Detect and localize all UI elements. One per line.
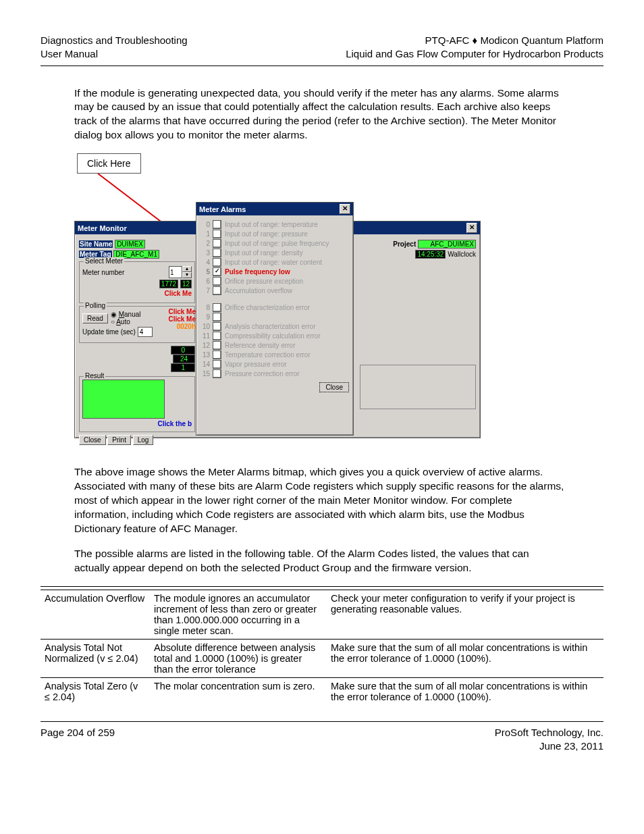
auto-radio[interactable]: ○ AAutouto [111, 318, 141, 325]
close-button[interactable]: Close [79, 435, 106, 445]
alarm-action-cell: Make sure that the sum of all molar conc… [327, 677, 603, 705]
alarm-checkbox[interactable] [213, 277, 221, 286]
alarm-row: 10Analysis characterization error [200, 322, 349, 331]
alarm-action-cell: Check your meter configuration to verify… [327, 590, 603, 639]
wallclock-value: 14:25:32 [415, 250, 446, 259]
alarm-label: Input out of range: pressure [225, 230, 308, 238]
alarm-index: 7 [200, 287, 210, 294]
update-time-label: Update time (sec) [82, 328, 136, 336]
alarm-checkbox[interactable] [213, 286, 221, 295]
select-meter-group: Select Meter Meter number ▲▼ 1772 12 [79, 261, 195, 303]
alarm-label: Reference density error [225, 342, 296, 349]
alarm-label: Analysis characterization error [225, 323, 316, 330]
chevron-down-icon[interactable]: ▼ [182, 272, 192, 278]
alarm-row: 4Input out of range: water content [200, 258, 349, 267]
select-meter-val1: 1772 [159, 280, 178, 288]
alarm-row: 5Pulse frequency low [200, 267, 349, 276]
meter-alarms-titlebar[interactable]: Meter Alarms ✕ [196, 203, 353, 215]
alarm-checkbox[interactable] [213, 322, 221, 331]
alarm-label: Input out of range: pulse frequency [225, 240, 329, 247]
alarm-row: 7Accumulation overflow [200, 286, 349, 295]
alarm-checkbox[interactable] [213, 369, 221, 378]
header-left-2: User Manual [41, 47, 188, 61]
alarm-index: 0 [200, 221, 210, 228]
alarm-checkbox[interactable] [213, 249, 221, 257]
alarm-index: 15 [200, 370, 210, 377]
alarm-label: Vapor pressure error [225, 361, 287, 368]
manual-radio[interactable]: ◉ MManualanual [111, 311, 141, 318]
para-below-figure-1: The above image shows the Meter Alarms b… [74, 465, 567, 536]
alarm-checkbox[interactable] [213, 230, 221, 238]
alarm-checkbox[interactable] [213, 267, 221, 276]
alarm-index: 14 [200, 361, 210, 368]
screenshot-figure: Click Here Meter Monitor ✕ Site Name DUI… [74, 153, 479, 445]
alarm-checkbox[interactable] [213, 239, 221, 248]
close-icon[interactable]: ✕ [340, 204, 350, 214]
update-time-input[interactable] [138, 327, 153, 337]
meter-number-stepper[interactable]: ▲▼ [169, 266, 192, 278]
alarm-label: Orifice characterization error [225, 304, 310, 311]
alarm-checkbox[interactable] [213, 360, 221, 369]
alarm-index: 1 [200, 230, 210, 238]
alarm-label: Input out of range: water content [225, 259, 322, 266]
alarm-label: Input out of range: temperature [225, 221, 318, 228]
meter-number-input[interactable] [169, 266, 182, 278]
alarm-index: 8 [200, 304, 210, 311]
alarm-index: 3 [200, 249, 210, 257]
header-left-1: Diagnostics and Troubleshooting [41, 34, 188, 47]
alarm-row: 15Pressure correction error [200, 369, 349, 378]
alarm-checkbox[interactable] [213, 332, 221, 340]
alarm-row: 2Input out of range: pulse frequency [200, 239, 349, 248]
alarm-index: 12 [200, 342, 210, 349]
result-legend: Result [84, 372, 105, 380]
alarm-label: Input out of range: density [225, 249, 303, 257]
meter-monitor-title: Meter Monitor [78, 224, 127, 232]
alarm-row: 6Orifice pressure exception [200, 277, 349, 286]
poll-hex-value: 0020h [168, 323, 196, 330]
alarm-label: Pulse frequency low [225, 268, 290, 276]
alarm-desc-cell: Absolute difference between analysis tot… [150, 639, 327, 677]
green-readout-0: 0 [171, 346, 195, 355]
click-me-hint-2: Click Me [168, 308, 196, 315]
alarm-row: 0Input out of range: temperature [200, 220, 349, 229]
page-footer: Page 204 of 259 ProSoft Technology, Inc.… [41, 726, 603, 754]
alarm-label: Accumulation overflow [225, 287, 292, 294]
log-button[interactable]: Log [133, 435, 154, 445]
meter-number-label: Meter number [82, 269, 124, 276]
alarm-checkbox[interactable] [213, 313, 221, 321]
alarm-label: Compressibility calculation error [225, 332, 321, 340]
alarm-label: Orifice pressure exception [225, 278, 303, 285]
alarm-label: Pressure correction error [225, 370, 300, 377]
header-rule [41, 66, 603, 66]
table-row: Accumulation OverflowThe module ignores … [41, 590, 603, 639]
header-right-2: Liquid and Gas Flow Computer for Hydroca… [346, 47, 603, 61]
alarms-close-button[interactable]: Close [319, 382, 349, 392]
alarm-checkbox[interactable] [213, 258, 221, 267]
alarm-checkbox[interactable] [213, 220, 221, 229]
alarm-index: 2 [200, 240, 210, 247]
alarm-checkbox[interactable] [213, 341, 221, 350]
page-header: Diagnostics and Troubleshooting User Man… [41, 34, 603, 61]
print-button[interactable]: Print [107, 435, 131, 445]
alarm-label: Temperature correction error [225, 351, 311, 359]
header-right-1: PTQ-AFC ♦ Modicon Quantum Platform [346, 34, 603, 47]
click-me-hint-1: Click Me [164, 290, 192, 297]
alarm-index: 4 [200, 259, 210, 266]
result-display [82, 380, 165, 419]
project-value: AFC_DUIMEX [418, 240, 476, 249]
footer-left: Page 204 of 259 [41, 726, 115, 754]
table-row: Analysis Total Zero (v ≤ 2.04)The molar … [41, 677, 603, 705]
read-button[interactable]: Read [82, 313, 108, 323]
alarm-desc-cell: The module ignores an accumulator increm… [150, 590, 327, 639]
site-name-label: Site Name [79, 240, 113, 248]
alarm-index: 11 [200, 332, 210, 340]
meter-alarms-window: Meter Alarms ✕ 0Input out of range: temp… [196, 202, 354, 436]
chevron-up-icon[interactable]: ▲ [182, 266, 192, 272]
alarm-checkbox[interactable] [213, 303, 221, 312]
alarm-index: 6 [200, 278, 210, 285]
wallclock-label: Wallclock [448, 251, 476, 258]
alarm-checkbox[interactable] [213, 350, 221, 359]
alarm-desc-cell: The molar concentration sum is zero. [150, 677, 327, 705]
close-icon[interactable]: ✕ [466, 223, 477, 233]
alarm-name-cell: Analysis Total Zero (v ≤ 2.04) [41, 677, 150, 705]
